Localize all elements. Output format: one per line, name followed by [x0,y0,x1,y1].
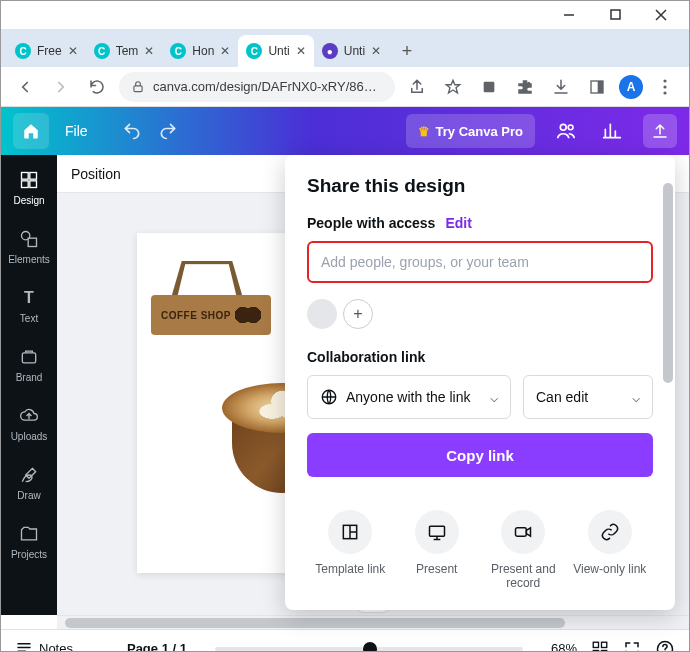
add-people-input[interactable] [307,241,653,283]
sidebar-item-brand[interactable]: Brand [1,342,57,387]
slider-thumb[interactable] [363,642,377,653]
template-link-option[interactable]: Template link [308,510,392,590]
reload-button[interactable] [83,73,111,101]
close-icon[interactable]: ✕ [296,44,306,58]
svg-rect-16 [30,181,37,188]
file-menu[interactable]: File [65,123,88,139]
sidebar-label: Projects [11,549,47,560]
browser-tab[interactable]: CHon✕ [162,35,238,67]
share-title: Share this design [307,175,653,197]
people-with-access-label: People with access [307,215,435,231]
canva-favicon-icon: C [15,43,31,59]
link-icon [588,510,632,554]
new-tab-button[interactable]: + [393,37,421,65]
share-page-icon[interactable] [403,73,431,101]
tab-label: Tem [116,44,139,58]
copy-link-button[interactable]: Copy link [307,433,653,477]
svg-point-11 [560,124,566,130]
sidebar-label: Brand [16,372,43,383]
window-maximize-button[interactable] [601,1,629,29]
permission-value: Can edit [536,389,588,405]
downloads-icon[interactable] [547,73,575,101]
reader-icon[interactable] [583,73,611,101]
notes-button[interactable]: Notes [15,640,73,653]
analytics-icon[interactable] [597,116,627,146]
add-person-button[interactable]: + [343,299,373,329]
present-record-option[interactable]: Present and record [481,510,565,590]
owner-avatar[interactable] [307,299,337,329]
window-close-button[interactable] [647,1,675,29]
sidebar-item-text[interactable]: TText [1,283,57,328]
draw-icon [19,464,39,486]
chevron-down-icon: ⌵ [632,389,640,405]
action-label: Template link [315,562,385,576]
undo-button[interactable] [122,121,142,141]
coffee-shop-sign[interactable]: COFFE SHOP [151,295,271,335]
svg-rect-25 [516,528,527,536]
action-label: Present [416,562,457,576]
close-icon[interactable]: ✕ [220,44,230,58]
elements-icon [19,228,39,250]
address-field[interactable]: canva.com/design/DAFrNX0-xRY/86Q_OS-B5..… [119,72,395,102]
tab-label: Free [37,44,62,58]
sidebar-label: Uploads [11,431,48,442]
close-icon[interactable]: ✕ [68,44,78,58]
lock-icon [131,80,145,94]
browser-tab-active[interactable]: CUnti✕ [238,35,313,67]
team-icon[interactable] [551,116,581,146]
left-sidebar: Design Elements TText Brand Uploads Draw… [1,155,57,615]
close-icon[interactable]: ✕ [144,44,154,58]
canva-top-bar: File ♛Try Canva Pro [1,107,689,155]
extensions-icon[interactable] [475,73,503,101]
window-minimize-button[interactable] [555,1,583,29]
bottom-bar: Notes Page 1 / 1 68% [1,629,689,652]
view-only-link-option[interactable]: View-only link [568,510,652,590]
sidebar-item-design[interactable]: Design [1,165,57,210]
brand-icon [19,346,39,368]
page-indicator[interactable]: Page 1 / 1 [127,641,187,652]
redo-button[interactable] [158,121,178,141]
home-button[interactable] [13,113,49,149]
permission-dropdown[interactable]: Can edit ⌵ [523,375,653,419]
sidebar-item-draw[interactable]: Draw [1,460,57,505]
sign-text: COFFE SHOP [161,310,231,321]
sidebar-item-uploads[interactable]: Uploads [1,401,57,446]
help-icon[interactable] [655,639,675,653]
browser-tab[interactable]: CTem✕ [86,35,163,67]
zoom-slider[interactable] [215,647,523,651]
position-button[interactable]: Position [71,166,121,182]
svg-point-9 [663,85,666,88]
horizontal-scrollbar[interactable] [57,615,689,629]
popover-scrollbar[interactable] [661,155,675,610]
forward-button[interactable] [47,73,75,101]
crown-icon: ♛ [418,124,430,139]
svg-rect-4 [134,85,142,91]
back-button[interactable] [11,73,39,101]
zoom-value[interactable]: 68% [551,641,577,652]
try-canva-pro-button[interactable]: ♛Try Canva Pro [406,114,535,148]
browser-tab[interactable]: CFree✕ [7,35,86,67]
bookmark-icon[interactable] [439,73,467,101]
sidebar-item-projects[interactable]: Projects [1,519,57,564]
canva-favicon-icon: C [94,43,110,59]
link-scope-dropdown[interactable]: Anyone with the link ⌵ [307,375,511,419]
sidebar-item-elements[interactable]: Elements [1,224,57,269]
fullscreen-icon[interactable] [623,640,641,653]
browser-tab[interactable]: ●Unti✕ [314,35,389,67]
svg-rect-14 [30,173,37,180]
svg-rect-26 [593,642,598,647]
kebab-menu-icon[interactable] [651,73,679,101]
uploads-icon [19,405,39,427]
puzzle-icon[interactable] [511,73,539,101]
record-icon [501,510,545,554]
grid-view-icon[interactable] [591,640,609,653]
share-upload-button[interactable] [643,114,677,148]
close-icon[interactable]: ✕ [371,44,381,58]
tab-label: Hon [192,44,214,58]
present-option[interactable]: Present [395,510,479,590]
edit-access-link[interactable]: Edit [445,215,471,231]
action-label: Present and record [481,562,565,590]
profile-avatar[interactable]: A [619,75,643,99]
notes-label: Notes [39,641,73,652]
try-pro-label: Try Canva Pro [436,124,523,139]
